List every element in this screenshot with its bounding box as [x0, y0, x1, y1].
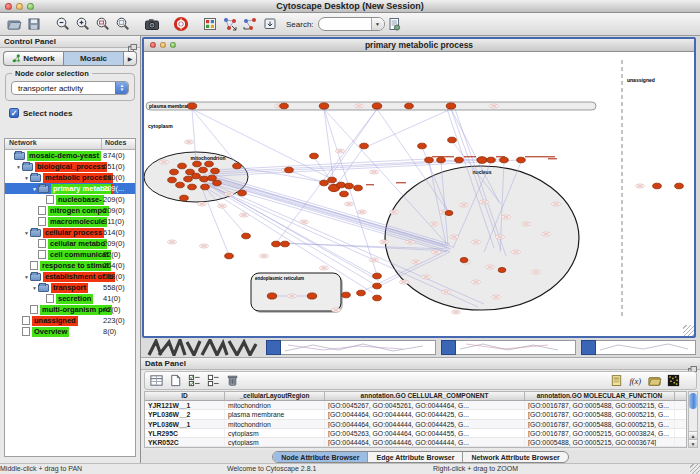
undock-icon[interactable] [688, 360, 697, 368]
notepad-icon[interactable] [608, 373, 625, 389]
table-cell[interactable]: [GO:0044464, GO:0044446, GO:0044444, G..… [325, 438, 525, 446]
network-node[interactable] [267, 293, 276, 299]
network-node[interactable] [345, 183, 354, 189]
save-icon[interactable] [24, 15, 43, 34]
network-node[interactable] [405, 103, 414, 109]
search-input[interactable] [319, 18, 371, 30]
unselect-attrs-icon[interactable] [205, 373, 222, 389]
table-cell[interactable]: YLR295C [145, 429, 225, 437]
tree-row-multi-organism-pro[interactable]: multi-organism pro42(0) [5, 304, 135, 315]
table-cell[interactable]: [GO:0005488, GO:0005215, GO:0003674] [525, 438, 675, 446]
table-row[interactable]: YPL036W__1mitochondrion[GO:0044464, GO:0… [145, 420, 686, 429]
network-node[interactable] [188, 184, 197, 190]
network-node[interactable] [200, 176, 209, 182]
tree-row-cellular-process[interactable]: ▼cellular process614(0) [5, 227, 135, 238]
column-header[interactable]: ID [145, 392, 225, 400]
network-node[interactable] [425, 157, 434, 163]
expand-arrow-icon[interactable]: ▼ [23, 175, 30, 181]
network-node[interactable] [360, 143, 369, 149]
table-cell[interactable]: [GO:0016787, GO:0005488, GO:0005215, G..… [525, 447, 675, 448]
table-cell[interactable]: YPL036W__2 [145, 410, 225, 418]
network-node[interactable] [455, 157, 464, 163]
table-cell[interactable]: YKR052C [145, 438, 225, 446]
network-node[interactable] [242, 233, 251, 239]
tab-network-attribute-browser[interactable]: Network Attribute Browser [463, 452, 567, 462]
new-attr-icon[interactable] [167, 373, 184, 389]
column-header[interactable]: annotation.GO CELLULAR_COMPONENT [325, 392, 525, 400]
network-node[interactable] [320, 180, 329, 186]
select-nodes-checkbox[interactable]: ✓ [9, 108, 19, 118]
network-node[interactable] [310, 153, 319, 159]
network-canvas[interactable]: plasma membranecytoplasmnucleusmitochond… [144, 52, 694, 336]
network-node[interactable] [357, 290, 366, 296]
hide-selected-icon[interactable] [260, 15, 279, 34]
table-row[interactable]: YKR052Ccytoplasm[GO:0044464, GO:0044446,… [145, 438, 686, 447]
network-node[interactable] [448, 137, 457, 143]
tree-col-nodes[interactable]: Nodes [102, 139, 135, 149]
search-dropdown-arrow-icon[interactable]: ▼ [371, 17, 384, 31]
tab-edge-attribute-browser[interactable]: Edge Attribute Browser [368, 452, 463, 462]
table-cell[interactable]: [GO:0016787, GO:0005215, GO:0003824, G..… [525, 429, 675, 437]
expand-arrow-icon[interactable]: ▼ [31, 186, 38, 192]
open-folder-icon[interactable] [4, 15, 23, 34]
node-color-select[interactable]: transporter activity ▲▼ [11, 81, 129, 95]
background-window[interactable] [581, 340, 696, 355]
tab-scroll-right-icon[interactable]: ▶ [124, 51, 137, 66]
network-node[interactable] [192, 173, 201, 179]
network-node[interactable] [168, 177, 177, 183]
table-cell[interactable]: YJR121W__1 [145, 401, 225, 409]
undock-icon[interactable] [128, 38, 137, 46]
network-node[interactable] [500, 157, 509, 163]
expand-arrow-icon[interactable]: ▼ [23, 274, 30, 280]
network-node[interactable] [418, 143, 427, 149]
network-node[interactable] [373, 295, 382, 301]
tree-row-mosaic-demo-yeast[interactable]: mosaic-demo-yeast874(0) [5, 150, 135, 161]
align-network-icon[interactable] [240, 15, 259, 34]
table-row[interactable]: YPL036W__2plasma membrane[GO:0044464, GO… [145, 410, 686, 419]
network-node[interactable] [437, 157, 446, 163]
attr-table-icon[interactable] [148, 373, 165, 389]
network-node[interactable] [213, 180, 222, 186]
network-node[interactable] [446, 103, 455, 109]
network-node[interactable] [225, 253, 234, 259]
tree-row-establishment-of-lo[interactable]: ▼establishment of lo558(0) [5, 271, 135, 282]
table-cell[interactable]: cytoplasm [225, 429, 325, 437]
tree-row-primary-metabo[interactable]: ▼primary metabo209(... [5, 183, 135, 194]
scroll-down-icon[interactable]: ▼ [689, 439, 697, 447]
network-node[interactable] [354, 185, 363, 191]
tab-mosaic[interactable]: Mosaic [63, 51, 124, 66]
help-ring-icon[interactable] [171, 15, 190, 34]
network-node[interactable] [180, 195, 189, 201]
table-cell[interactable]: [GO:0045263, GO:0044464, GO:0044455, G..… [325, 429, 525, 437]
network-node[interactable] [178, 163, 187, 169]
network-node[interactable] [285, 167, 294, 173]
formula-icon[interactable]: f(x) [627, 373, 644, 389]
network-node[interactable] [517, 157, 526, 163]
network-node[interactable] [372, 103, 381, 109]
network-node[interactable] [487, 157, 496, 163]
table-scrollbar[interactable]: ▲ ▼ [688, 391, 698, 448]
network-node[interactable] [373, 273, 382, 279]
network-node[interactable] [238, 190, 247, 196]
zoom-in-icon[interactable] [73, 15, 92, 34]
tree-row-nucleobase-[interactable]: nucleobase-209(0) [5, 194, 135, 205]
table-cell[interactable]: [GO:0045267, GO:0045261, GO:0044464, G..… [325, 401, 525, 409]
network-node[interactable] [187, 103, 196, 109]
scrollbar-thumb[interactable] [689, 393, 697, 409]
network-node[interactable] [170, 169, 179, 175]
table-cell[interactable]: [GO:0016787, GO:0005488, GO:0005215, G..… [525, 410, 675, 418]
network-node[interactable] [337, 182, 346, 188]
scroll-up-icon[interactable]: ▲ [689, 431, 697, 439]
delete-attr-icon[interactable] [224, 373, 241, 389]
tree-row-response-to-stimul[interactable]: response to stimul264(0) [5, 260, 135, 271]
import-folder-icon[interactable] [646, 373, 663, 389]
table-row[interactable]: YLR295Ccytoplasm[GO:0045263, GO:0044464,… [145, 429, 686, 438]
network-node[interactable] [211, 168, 220, 174]
expand-arrow-icon[interactable]: ▼ [15, 164, 22, 170]
network-node[interactable] [199, 167, 208, 173]
column-header[interactable]: _cellularLayoutRegion [225, 392, 325, 400]
network-node[interactable] [193, 161, 202, 167]
resize-grip[interactable] [683, 325, 694, 336]
network-node[interactable] [328, 177, 337, 183]
tree-row-transport[interactable]: ▼transport558(0) [5, 282, 135, 293]
